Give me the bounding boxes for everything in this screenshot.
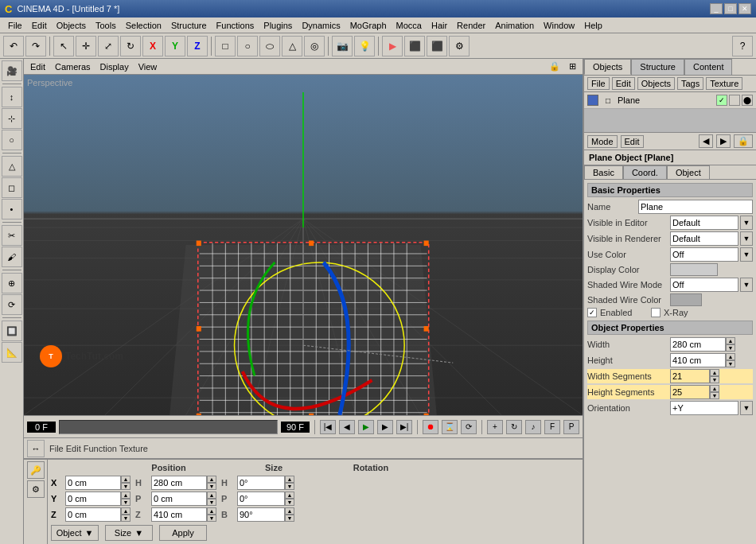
prop-enabled-checkbox[interactable] <box>587 308 597 317</box>
tl-goto-end[interactable]: ▶| <box>396 420 412 434</box>
sphere-button[interactable]: ○ <box>237 36 258 56</box>
prop-display-color-value[interactable] <box>670 263 718 276</box>
render-settings-button[interactable]: ⚙ <box>449 36 470 56</box>
size-z-down[interactable]: ▼ <box>207 515 216 522</box>
menu-dynamics[interactable]: Dynamics <box>297 19 345 32</box>
menu-render[interactable]: Render <box>452 19 490 32</box>
proptab-coord[interactable]: Coord. <box>623 165 667 179</box>
lt-knife-btn[interactable]: ✂ <box>2 225 22 246</box>
prop-use-color-arrow[interactable]: ▼ <box>740 247 753 262</box>
menu-animation[interactable]: Animation <box>490 19 539 32</box>
rot-b-input[interactable] <box>237 507 285 522</box>
rp-tags[interactable]: Tags <box>677 77 703 90</box>
pos-x-spin[interactable]: ▲ ▼ <box>121 476 131 490</box>
rp-mode-btn[interactable]: Mode <box>587 135 618 148</box>
size-mode-dropdown[interactable]: Size ▼ <box>105 525 153 541</box>
pos-y-input[interactable] <box>65 492 121 506</box>
vt-cameras[interactable]: Cameras <box>52 61 94 72</box>
prop-visible-editor-arrow[interactable]: ▼ <box>740 216 753 230</box>
lt-magnet-btn[interactable]: ⊕ <box>2 273 22 293</box>
rot-h-input[interactable] <box>237 476 285 490</box>
lt-brush-btn[interactable]: 🖌 <box>2 247 22 267</box>
anim-btn1[interactable]: 🔑 <box>27 461 45 479</box>
pos-z-spin[interactable]: ▲ ▼ <box>121 507 131 522</box>
menu-mograph[interactable]: MoGraph <box>345 19 392 32</box>
tl-render-anim[interactable]: P <box>563 420 579 434</box>
torus-button[interactable]: ◎ <box>304 36 325 56</box>
vt-view[interactable]: View <box>135 61 161 72</box>
proptab-basic[interactable]: Basic <box>584 165 623 179</box>
select-button[interactable]: ↖ <box>53 36 74 56</box>
tab-content[interactable]: Content <box>684 59 733 75</box>
size-y-input[interactable] <box>151 492 207 506</box>
axes-z-button[interactable]: Z <box>187 36 208 56</box>
close-button[interactable]: ✕ <box>738 3 751 14</box>
rot-p-spin[interactable]: ▲ ▼ <box>285 492 294 506</box>
axes-x-button[interactable]: X <box>142 36 163 56</box>
lt-point-btn[interactable]: • <box>2 199 22 220</box>
prop-width-input[interactable] <box>670 337 726 352</box>
size-y-spin[interactable]: ▲ ▼ <box>207 492 216 506</box>
lt-snapping-btn[interactable]: 🔲 <box>2 321 22 341</box>
apply-button[interactable]: Apply <box>159 525 207 541</box>
vt-edit[interactable]: Edit <box>27 61 49 72</box>
prop-width-segs-spin[interactable]: ▲ ▼ <box>710 369 719 383</box>
size-x-input[interactable] <box>151 476 207 490</box>
prop-height-segs-down[interactable]: ▼ <box>710 392 719 399</box>
cylinder-button[interactable]: ⬭ <box>259 36 280 56</box>
pos-y-down[interactable]: ▼ <box>121 499 131 506</box>
size-z-input[interactable] <box>151 507 207 522</box>
lt-polygon-btn[interactable]: △ <box>2 156 22 177</box>
prop-shaded-wire-color-value[interactable] <box>670 293 702 306</box>
tl-goto-start[interactable]: |◀ <box>320 420 336 434</box>
size-x-spin[interactable]: ▲ ▼ <box>207 476 216 490</box>
tl-autokey[interactable]: ⟳ <box>461 420 477 434</box>
render-active-button[interactable]: ⬛ <box>404 36 425 56</box>
tl-play[interactable]: ▶ <box>358 420 374 434</box>
menu-help[interactable]: Help <box>579 19 607 32</box>
lt-edge-btn[interactable]: ◻ <box>2 177 22 198</box>
rp-objects[interactable]: Objects <box>637 77 675 90</box>
rp-editmode-btn[interactable]: Edit <box>621 135 644 148</box>
size-x-up[interactable]: ▲ <box>207 476 216 483</box>
pos-x-input[interactable] <box>65 476 121 490</box>
rot-p-down[interactable]: ▼ <box>285 499 294 506</box>
menu-plugins[interactable]: Plugins <box>259 19 297 32</box>
prop-width-segs-down[interactable]: ▼ <box>710 376 719 383</box>
prop-visible-renderer-arrow[interactable]: ▼ <box>740 231 753 246</box>
size-z-up[interactable]: ▲ <box>207 507 216 515</box>
vt-display[interactable]: Display <box>97 61 132 72</box>
prop-width-down[interactable]: ▼ <box>726 344 735 352</box>
help-icon[interactable]: ? <box>732 36 753 56</box>
tl-loop[interactable]: ↻ <box>506 420 522 434</box>
prop-height-up[interactable]: ▲ <box>726 353 735 360</box>
move-button[interactable]: ✛ <box>76 36 96 56</box>
rot-h-up[interactable]: ▲ <box>285 476 294 483</box>
proptab-object[interactable]: Object <box>667 165 710 179</box>
tl-add-marker[interactable]: + <box>487 420 503 434</box>
obj-extra[interactable]: ⬤ <box>742 95 753 106</box>
obj-visible[interactable]: ✓ <box>716 95 727 106</box>
menu-file[interactable]: File <box>3 19 27 32</box>
rp-texture[interactable]: Texture <box>706 77 742 90</box>
box-button[interactable]: □ <box>215 36 236 56</box>
pos-y-up[interactable]: ▲ <box>121 492 131 499</box>
light-button[interactable]: 💡 <box>354 36 375 56</box>
tl-prev-frame[interactable]: ◀ <box>339 420 355 434</box>
tl-fps-btn[interactable]: F <box>544 420 560 434</box>
rot-b-up[interactable]: ▲ <box>285 507 294 515</box>
menu-selection[interactable]: Selection <box>121 19 166 32</box>
object-mode-dropdown[interactable]: Object ▼ <box>51 525 99 541</box>
vt-expand-icon[interactable]: ⊞ <box>566 60 579 72</box>
pos-x-up[interactable]: ▲ <box>121 476 131 483</box>
lt-twist-btn[interactable]: ⟳ <box>2 294 22 315</box>
lt-select-btn[interactable]: ⊹ <box>2 108 22 129</box>
lt-move-btn[interactable]: ↕ <box>2 87 22 107</box>
tab-structure[interactable]: Structure <box>631 59 684 75</box>
rot-b-down[interactable]: ▼ <box>285 515 294 522</box>
prop-height-down[interactable]: ▼ <box>726 360 735 367</box>
cone-button[interactable]: △ <box>282 36 302 56</box>
menu-window[interactable]: Window <box>539 19 579 32</box>
tl-keyframe[interactable]: ⌛ <box>442 420 458 434</box>
menu-mocca[interactable]: Mocca <box>392 19 427 32</box>
